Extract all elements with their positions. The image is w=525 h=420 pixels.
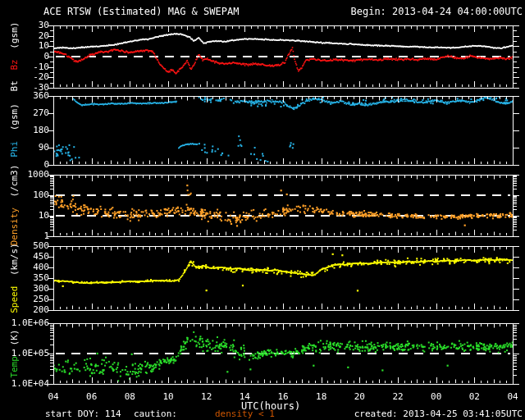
y-tick-label: 100	[0, 190, 49, 200]
x-tick-label: 04	[502, 391, 523, 402]
bt-label: Bt	[9, 80, 20, 91]
y-tick-label: -20	[0, 72, 49, 82]
temp-unit-label: (K)	[9, 330, 20, 346]
y-tick-label: 20	[0, 31, 49, 41]
page-title: ACE RTSW (Estimated) MAG & SWEPAM	[43, 6, 239, 17]
plot-text-overlay: ACE RTSW (Estimated) MAG & SWEPAM Begin:…	[0, 0, 525, 420]
y-tick-label: 30	[0, 21, 49, 30]
y-tick-label: 90	[0, 143, 49, 153]
created-timestamp: created: 2013-04-25 03:41:05UTC	[354, 409, 523, 419]
density-unit-label: (/cm3)	[9, 165, 20, 198]
start-doy-label: start DOY: 114	[45, 409, 121, 419]
y-tick-label: 300	[0, 284, 49, 294]
y-tick-label: 1.0E+06	[0, 318, 49, 328]
panel-temp-axis-label: Temp (K)	[9, 327, 20, 381]
y-tick-label: 1.0E+05	[0, 349, 49, 358]
y-tick-label: 400	[0, 262, 49, 272]
speed-unit-label: (km/s)	[9, 243, 20, 276]
y-tick-label: 270	[0, 108, 49, 118]
phi-label: Phi	[9, 141, 20, 158]
y-tick-label: 200	[0, 305, 49, 315]
y-tick-label: 1.0E+04	[0, 379, 49, 389]
panel-phi-axis-label: Phi (gsm)	[9, 101, 20, 160]
y-tick-label: 500	[0, 241, 49, 251]
speed-label: Speed	[9, 286, 20, 313]
phi-unit-label: (gsm)	[9, 103, 20, 130]
y-tick-label: 1000	[0, 170, 49, 180]
y-tick-label: 180	[0, 126, 49, 135]
bz-label: Bz	[9, 59, 20, 70]
caution-label: caution:	[134, 409, 177, 419]
panel-speed-axis-label: Speed (km/s)	[9, 240, 20, 316]
y-tick-label: 10	[0, 41, 49, 51]
ace-rtsw-swepam-plot: ACE RTSW (Estimated) MAG & SWEPAM Begin:…	[0, 0, 525, 420]
y-tick-label: -10	[0, 62, 49, 72]
y-tick-label: 0	[0, 52, 49, 62]
begin-timestamp: Begin: 2013-04-24 04:00:00UTC	[350, 6, 523, 17]
gsm-unit-label: (gsm)	[9, 22, 20, 49]
y-tick-label: 450	[0, 252, 49, 262]
density-caution-value: density < 1	[215, 409, 275, 419]
temp-label: Temp	[9, 356, 20, 378]
y-tick-label: 10	[0, 211, 49, 221]
y-tick-label: 250	[0, 294, 49, 304]
y-tick-label: 360	[0, 91, 49, 101]
panel-density-axis-label: Density (/cm3)	[9, 162, 20, 249]
y-tick-label: 350	[0, 273, 49, 283]
panel-mag-axis-label: Bt Bz (gsm)	[9, 20, 20, 94]
